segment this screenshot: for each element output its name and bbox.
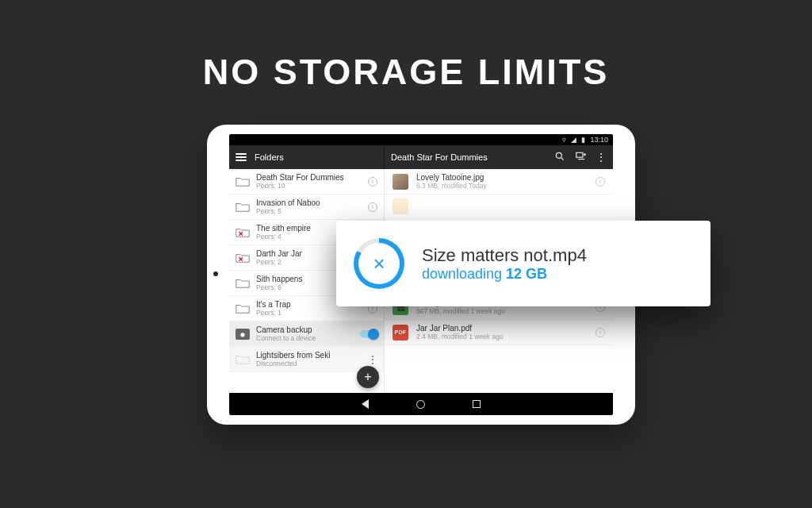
popup-status-word: downloading (422, 266, 506, 282)
folder-icon (236, 303, 250, 314)
header-right: Death Star For Dummies ⋮ (385, 145, 613, 169)
nav-back-icon[interactable] (362, 399, 369, 409)
info-icon[interactable]: i (596, 328, 605, 337)
file-row[interactable] (385, 194, 613, 219)
signal-icon: ◢ (571, 136, 576, 144)
folder-meta: Disconnected (256, 360, 362, 368)
folder-readonly-icon (236, 227, 250, 238)
info-icon[interactable]: i (596, 177, 605, 187)
android-nav-bar (229, 393, 613, 415)
file-meta: 567 MB, modified 1 week ago (416, 307, 588, 315)
nav-home-icon[interactable] (416, 400, 425, 409)
folder-meta: Connect to a device (256, 334, 354, 342)
folder-row[interactable]: Death Star For DummiesPeers: 10 i (229, 169, 384, 194)
header-left: Folders (229, 145, 385, 169)
headline: NO STORAGE LIMITS (0, 52, 812, 93)
add-queue-icon[interactable] (575, 151, 586, 164)
download-popup: × Size matters not.mp4 downloading 12 GB (336, 221, 710, 306)
file-name: Lovely Tatooine.jpg (416, 173, 588, 182)
status-bar: ▿ ◢ ▮ 13:10 (229, 134, 613, 145)
header-left-title: Folders (255, 152, 284, 162)
folder-row[interactable]: Invasion of NabooPeers: 5 i (229, 194, 384, 220)
file-meta: 2.4 MB, modified 1 week ago (416, 333, 588, 341)
folder-name: Invasion of Naboo (256, 198, 362, 207)
folder-meta: Peers: 1 (256, 309, 362, 317)
file-name: Jar Jar Plan.pdf (416, 324, 588, 333)
svg-line-1 (561, 157, 564, 160)
file-row[interactable]: PDF Jar Jar Plan.pdf2.4 MB, modified 1 w… (385, 320, 613, 345)
folder-icon (236, 202, 250, 213)
file-row[interactable]: Lovely Tatooine.jpg6.3 MB, modified Toda… (385, 169, 613, 194)
folder-readonly-icon (236, 252, 250, 264)
camera-backup-toggle[interactable] (360, 330, 377, 338)
camera-icon (236, 329, 250, 340)
svg-point-0 (556, 152, 561, 158)
cancel-download-icon[interactable]: × (354, 238, 404, 289)
file-meta: 6.3 MB, modified Today (416, 182, 588, 190)
folder-name: Camera backup (256, 325, 354, 334)
svg-point-7 (240, 333, 244, 337)
wifi-icon: ▿ (562, 136, 566, 144)
app-header: Folders Death Star For Dummies ⋮ (229, 145, 613, 169)
download-progress-ring[interactable]: × (354, 238, 404, 289)
folder-meta: Peers: 10 (256, 182, 362, 190)
battery-icon: ▮ (581, 136, 585, 144)
header-right-title: Death Star For Dummies (391, 152, 488, 162)
fab-add-button[interactable]: + (357, 366, 379, 388)
info-icon[interactable]: i (368, 177, 377, 187)
folder-disconnected-icon (236, 354, 250, 365)
popup-size: 12 GB (506, 266, 547, 282)
folder-name: Lightsibers from Seki (256, 351, 362, 360)
overflow-icon[interactable]: ⋮ (596, 151, 607, 164)
popup-subtitle: downloading 12 GB (422, 266, 587, 283)
popup-title: Size matters not.mp4 (422, 245, 587, 266)
file-thumb-icon (393, 174, 408, 190)
info-icon[interactable]: i (368, 202, 377, 212)
file-thumb-icon (393, 198, 408, 214)
folder-icon (236, 278, 250, 289)
folder-name: Death Star For Dummies (256, 173, 362, 182)
folder-meta: Peers: 5 (256, 207, 362, 215)
svg-rect-2 (576, 152, 583, 157)
menu-icon[interactable] (236, 153, 247, 161)
status-time: 13:10 (590, 136, 608, 144)
search-icon[interactable] (554, 151, 565, 164)
nav-recent-icon[interactable] (473, 400, 481, 408)
tablet-camera-dot (213, 271, 218, 276)
more-icon[interactable]: ⋮ (368, 354, 377, 365)
folder-row-camera[interactable]: Camera backupConnect to a device (229, 321, 384, 347)
file-thumb-icon: PDF (393, 325, 408, 341)
folder-icon (236, 176, 250, 187)
